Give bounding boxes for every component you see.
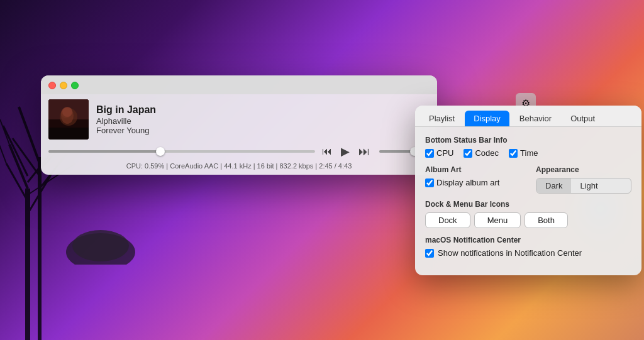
settings-tabs: Playlist Display Behavior Output: [415, 106, 641, 127]
time-checkbox-label[interactable]: Time: [509, 148, 538, 158]
player-titlebar: [41, 75, 437, 94]
notification-center-section-label: macOS Notification Center: [425, 236, 631, 244]
track-title: Big in Japan: [96, 104, 430, 116]
panel-body: Bottom Status Bar Info CPU Codec Time Al…: [415, 127, 641, 265]
codec-checkbox[interactable]: [464, 149, 472, 158]
codec-label: Codec: [475, 148, 499, 158]
dock-icons-row: Dock Menu Both: [425, 212, 631, 228]
both-button[interactable]: Both: [525, 212, 568, 228]
progress-row: ⏮ ▶ ⏭: [48, 145, 430, 158]
time-label: Time: [520, 148, 538, 158]
status-bar: CPU: 0.59% | CoreAudio AAC | 44.1 kHz | …: [41, 161, 437, 175]
display-album-art-text: Display album art: [436, 178, 499, 187]
appearance-section-label: Appearance: [536, 165, 631, 174]
prev-track-button[interactable]: ⏮: [320, 146, 334, 157]
track-album: Forever Young: [96, 126, 430, 135]
traffic-lights: [48, 82, 79, 89]
appearance-toggle: Dark Light: [536, 178, 631, 194]
display-album-art-checkbox[interactable]: [425, 178, 434, 187]
notification-checkbox[interactable]: [425, 249, 434, 258]
close-button[interactable]: [48, 82, 56, 89]
svg-point-22: [62, 107, 72, 117]
cpu-label: CPU: [436, 148, 453, 158]
player-window: Big in Japan Alphaville Forever Young ⏮ …: [41, 75, 437, 175]
album-appearance-row: Album Art Display album art Appearance D…: [425, 164, 631, 194]
maximize-button[interactable]: [71, 82, 79, 89]
album-art-section: Album Art Display album art: [425, 164, 521, 194]
play-pause-button[interactable]: ▶: [339, 145, 352, 158]
dark-appearance-button[interactable]: Dark: [536, 178, 571, 193]
svg-rect-23: [48, 128, 89, 140]
codec-checkbox-label[interactable]: Codec: [464, 148, 499, 158]
menu-button[interactable]: Menu: [474, 212, 521, 228]
tab-display[interactable]: Display: [465, 111, 509, 126]
appearance-section: Appearance Dark Light: [536, 164, 631, 194]
album-art-image: [48, 99, 89, 140]
progress-thumb[interactable]: [156, 147, 165, 156]
settings-panel: Playlist Display Behavior Output Bottom …: [415, 106, 641, 275]
time-checkbox[interactable]: [509, 149, 518, 158]
tab-playlist[interactable]: Playlist: [420, 111, 464, 126]
status-bar-checkboxes: CPU Codec Time: [425, 148, 631, 158]
album-art-section-label: Album Art: [425, 165, 521, 174]
notification-row: Show notifications in Notification Cente…: [425, 248, 631, 258]
cpu-checkbox-label[interactable]: CPU: [425, 148, 453, 158]
progress-bar[interactable]: [48, 150, 315, 153]
tab-behavior[interactable]: Behavior: [511, 111, 560, 126]
display-album-art-label[interactable]: Display album art: [425, 178, 521, 187]
player-controls: ⏮ ▶ ⏭: [41, 145, 437, 161]
tab-output[interactable]: Output: [562, 111, 604, 126]
progress-fill: [48, 150, 160, 153]
light-appearance-button[interactable]: Light: [571, 178, 606, 193]
bottom-status-bar-section-label: Bottom Status Bar Info: [425, 136, 631, 145]
track-info: Big in Japan Alphaville Forever Young: [96, 104, 430, 135]
dock-button[interactable]: Dock: [425, 212, 470, 228]
dock-menu-bar-section-label: Dock & Menu Bar Icons: [425, 200, 631, 209]
notification-label: Show notifications in Notification Cente…: [438, 248, 582, 258]
next-track-button[interactable]: ⏭: [357, 145, 372, 158]
minimize-button[interactable]: [60, 82, 67, 89]
album-art: [48, 99, 89, 140]
cpu-checkbox[interactable]: [425, 149, 434, 158]
volume-fill: [379, 150, 414, 153]
player-content: Big in Japan Alphaville Forever Young: [41, 94, 437, 145]
track-artist: Alphaville: [96, 116, 430, 126]
